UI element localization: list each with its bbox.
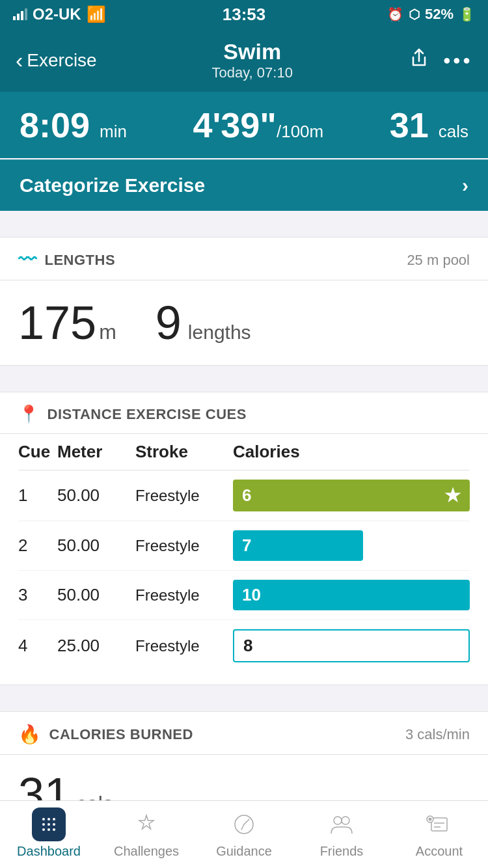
friends-label: Friends bbox=[320, 844, 364, 859]
calories-header: 🔥 CALORIES BURNED 3 cals/min bbox=[0, 712, 488, 755]
carrier-label: O2-UK bbox=[33, 5, 81, 23]
stats-row: 8:09 min 4'39"/100m 31 cals bbox=[0, 92, 488, 158]
table-row: 3 50.00 Freestyle 10 bbox=[18, 571, 470, 620]
bottom-nav: Dashboard Challenges Guidance bbox=[0, 800, 488, 868]
status-right: ⏰ ⬡ 52% 🔋 bbox=[387, 6, 475, 23]
nav-item-account[interactable]: Account bbox=[390, 807, 488, 859]
wifi-icon: 📶 bbox=[87, 5, 106, 23]
exercise-datetime: Today, 07:10 bbox=[212, 64, 293, 81]
dashboard-icon bbox=[32, 807, 66, 841]
cues-table-header: Cue Meter Stroke Calories bbox=[18, 434, 470, 470]
header-actions: ●●● bbox=[408, 47, 472, 74]
calorie-bar-3: 10 bbox=[233, 580, 470, 610]
table-row: 1 50.00 Freestyle 6 ★ bbox=[18, 470, 470, 521]
distance-display: 175m bbox=[18, 296, 116, 349]
nav-item-challenges[interactable]: Challenges bbox=[98, 807, 195, 859]
calorie-bar-4: 8 bbox=[233, 629, 470, 662]
back-button[interactable]: ‹ Exercise bbox=[16, 47, 97, 73]
lengths-title: 〰 LENGTHS bbox=[18, 249, 115, 271]
pace-value: 4'39"/100m bbox=[193, 105, 323, 145]
cues-table: Cue Meter Stroke Calories 1 50.00 Freest… bbox=[0, 434, 488, 685]
svg-point-4 bbox=[47, 823, 50, 826]
svg-point-8 bbox=[53, 828, 55, 831]
calories-value: 31 cals bbox=[390, 105, 468, 145]
account-icon bbox=[422, 807, 456, 841]
star-icon: ★ bbox=[444, 485, 461, 506]
calories-rate: 3 cals/min bbox=[405, 726, 470, 743]
dashboard-label: Dashboard bbox=[17, 844, 81, 859]
duration-stat: 8:09 min bbox=[20, 105, 127, 145]
lengths-data: 175m 9 lengths bbox=[0, 280, 488, 365]
cues-section: 📍 DISTANCE EXERCISE CUES Cue Meter Strok… bbox=[0, 392, 488, 685]
waves-icon: 〰 bbox=[18, 249, 37, 271]
guidance-icon bbox=[227, 807, 261, 841]
svg-point-5 bbox=[53, 823, 55, 826]
back-label: Exercise bbox=[27, 50, 96, 71]
battery-icon: 🔋 bbox=[459, 7, 475, 22]
svg-point-2 bbox=[53, 818, 55, 821]
status-left: O2-UK 📶 bbox=[13, 5, 106, 23]
section-gap-3 bbox=[0, 685, 488, 698]
account-label: Account bbox=[416, 844, 463, 859]
svg-point-6 bbox=[42, 828, 45, 831]
calories-stat: 31 cals bbox=[390, 105, 468, 145]
section-gap-2 bbox=[0, 366, 488, 379]
svg-point-10 bbox=[334, 817, 342, 824]
calorie-bar-2: 7 bbox=[233, 530, 363, 561]
bluetooth-icon: ⬡ bbox=[409, 7, 420, 22]
cues-header: 📍 DISTANCE EXERCISE CUES bbox=[0, 392, 488, 434]
guidance-label: Guidance bbox=[216, 844, 272, 859]
categorize-chevron-icon: › bbox=[462, 174, 468, 197]
friends-icon bbox=[325, 807, 359, 841]
header: ‹ Exercise Swim Today, 07:10 ●●● bbox=[0, 29, 488, 92]
status-bar: O2-UK 📶 13:53 ⏰ ⬡ 52% 🔋 bbox=[0, 0, 488, 29]
time-display: 13:53 bbox=[223, 5, 266, 25]
nav-item-dashboard[interactable]: Dashboard bbox=[0, 807, 98, 859]
lengths-display: 9 lengths bbox=[156, 296, 251, 349]
table-row: 4 25.00 Freestyle 8 bbox=[18, 620, 470, 671]
cues-title: 📍 DISTANCE EXERCISE CUES bbox=[18, 404, 247, 424]
svg-point-16 bbox=[429, 818, 432, 821]
header-title: Swim Today, 07:10 bbox=[212, 39, 293, 81]
nav-item-guidance[interactable]: Guidance bbox=[195, 807, 293, 859]
section-gap bbox=[0, 211, 488, 224]
calories-title: 🔥 CALORIES BURNED bbox=[18, 724, 193, 745]
svg-point-7 bbox=[47, 828, 50, 831]
svg-point-0 bbox=[42, 818, 45, 821]
challenges-label: Challenges bbox=[114, 844, 179, 859]
battery-label: 52% bbox=[425, 6, 454, 23]
lengths-header: 〰 LENGTHS 25 m pool bbox=[0, 237, 488, 280]
pace-stat: 4'39"/100m bbox=[193, 105, 323, 145]
svg-point-11 bbox=[342, 817, 349, 824]
categorize-row[interactable]: Categorize Exercise › bbox=[0, 159, 488, 211]
calorie-bar-1: 6 ★ bbox=[233, 480, 470, 511]
chevron-left-icon: ‹ bbox=[16, 47, 23, 73]
more-options-icon[interactable]: ●●● bbox=[443, 53, 472, 68]
lengths-section: 〰 LENGTHS 25 m pool 175m 9 lengths bbox=[0, 237, 488, 366]
signal-icon bbox=[13, 8, 27, 20]
svg-point-3 bbox=[42, 823, 45, 826]
alarm-icon: ⏰ bbox=[387, 7, 403, 22]
pin-icon: 📍 bbox=[18, 404, 40, 424]
exercise-title: Swim bbox=[212, 39, 293, 64]
duration-value: 8:09 min bbox=[20, 105, 127, 145]
nav-item-friends[interactable]: Friends bbox=[293, 807, 390, 859]
share-icon[interactable] bbox=[408, 47, 430, 74]
table-row: 2 50.00 Freestyle 7 bbox=[18, 521, 470, 571]
pool-size: 25 m pool bbox=[407, 252, 470, 269]
challenges-icon bbox=[129, 807, 163, 841]
fire-icon: 🔥 bbox=[18, 724, 42, 745]
categorize-label: Categorize Exercise bbox=[20, 174, 205, 197]
svg-point-1 bbox=[47, 818, 50, 821]
